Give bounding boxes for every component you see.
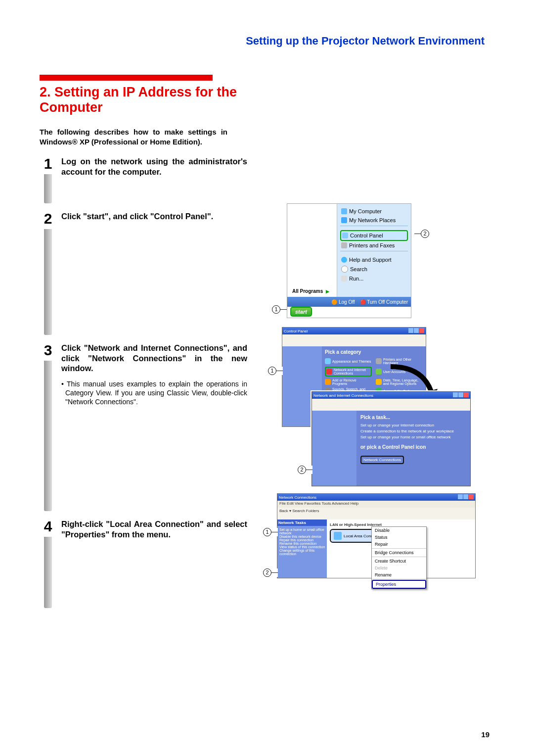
task[interactable]: Repair this connection bbox=[279, 538, 329, 542]
task-item[interactable]: Set up or change your Internet connectio… bbox=[360, 423, 466, 427]
cat-users[interactable]: User Accounts bbox=[376, 367, 423, 377]
menu-item-help[interactable]: Help and Support bbox=[340, 255, 408, 264]
log-off-button[interactable]: 🟠 Log Off bbox=[331, 299, 355, 305]
screenshot-network-connections: Network Connections File Edit View Favor… bbox=[277, 493, 476, 578]
menu-item-printers[interactable]: Printers and Faxes bbox=[340, 241, 408, 250]
label: My Computer bbox=[349, 208, 382, 214]
task[interactable]: Change settings of this connection bbox=[279, 549, 329, 556]
ctx-disable[interactable]: Disable bbox=[372, 527, 426, 534]
label: My Network Places bbox=[349, 217, 396, 223]
callout-2: —2 bbox=[414, 230, 429, 238]
task[interactable]: Set up a home or small office network bbox=[279, 528, 329, 535]
step-text: Click "Network and Internet Connections"… bbox=[61, 343, 247, 374]
step-number: 3 bbox=[40, 343, 56, 358]
steps-column: 1 Log on the network using the administr… bbox=[40, 156, 247, 616]
label: Run... bbox=[349, 276, 363, 282]
turn-off-button[interactable]: 🔴 Turn Off Computer bbox=[360, 299, 408, 305]
screenshots-column: My Computer My Network Places Control Pa… bbox=[257, 156, 485, 616]
ctx-rename[interactable]: Rename bbox=[372, 571, 426, 578]
step-number: 4 bbox=[40, 519, 56, 534]
page-header: Setting up the Projector Network Environ… bbox=[40, 35, 485, 47]
task[interactable]: Disable this network device bbox=[279, 535, 329, 538]
all-programs[interactable]: All Programs bbox=[292, 288, 329, 294]
label: Control Panel bbox=[350, 233, 383, 238]
pick-task-heading: Pick a task... bbox=[360, 415, 466, 420]
cat-addremove[interactable]: Add or Remove Programs bbox=[325, 378, 372, 385]
menu-item-my-computer[interactable]: My Computer bbox=[340, 207, 408, 216]
step-tail bbox=[44, 174, 52, 203]
cat-network[interactable]: Network and Internet Connections bbox=[325, 367, 372, 377]
step-note: This manual uses examples to explain the… bbox=[61, 379, 247, 407]
window-buttons[interactable] bbox=[452, 392, 469, 398]
callout-1: 1— bbox=[272, 305, 287, 314]
callout-1: 1— bbox=[263, 528, 278, 536]
step-text: Log on the network using the administrat… bbox=[61, 156, 247, 177]
menu-item-search[interactable]: Search bbox=[340, 264, 408, 274]
ctx-shortcut[interactable]: Create Shortcut bbox=[372, 558, 426, 565]
page-number: 19 bbox=[481, 730, 490, 739]
screenshot-network-internet: Network and Internet Connections Pick a … bbox=[312, 391, 471, 486]
cat-printers[interactable]: Printers and Other Hardware bbox=[376, 358, 423, 365]
network-tasks-heading: Network Tasks bbox=[277, 520, 331, 526]
window-title: Network and Internet Connections bbox=[313, 393, 373, 398]
callout-2: 2— bbox=[298, 466, 312, 474]
step-tail bbox=[44, 229, 52, 335]
ctx-properties[interactable]: Properties bbox=[372, 580, 426, 589]
cat-appearance[interactable]: Appearance and Themes bbox=[325, 358, 372, 365]
step-text: Click "start", and click "Control Panel"… bbox=[61, 211, 247, 222]
step-tail bbox=[44, 537, 52, 608]
window-buttons[interactable] bbox=[408, 328, 424, 334]
step-tail bbox=[44, 361, 52, 511]
menu-item-run[interactable]: Run... bbox=[340, 274, 408, 283]
pick-category-heading: Pick a category bbox=[325, 349, 423, 355]
callout-1: 1— bbox=[268, 367, 283, 375]
sidebar bbox=[312, 411, 360, 486]
label: Search bbox=[350, 266, 367, 272]
window-buttons[interactable] bbox=[457, 494, 474, 500]
start-menu-bottom: 🟠 Log Off 🔴 Turn Off Computer bbox=[287, 297, 411, 307]
callout-2: 2— bbox=[263, 568, 278, 577]
ctx-delete: Delete bbox=[372, 565, 426, 571]
or-pick-heading: or pick a Control Panel icon bbox=[360, 444, 466, 450]
context-menu: Disable Status Repair Bridge Connections… bbox=[371, 526, 427, 589]
intro-text: The following describes how to make sett… bbox=[40, 127, 227, 146]
cat-datetime[interactable]: Date, Time, Language, and Regional Optio… bbox=[376, 378, 423, 385]
label: Help and Support bbox=[349, 257, 392, 263]
window-title: Control Panel bbox=[284, 329, 308, 333]
network-connections-icon[interactable]: Network Connections bbox=[360, 456, 404, 464]
menu-item-control-panel[interactable]: Control Panel bbox=[340, 230, 408, 241]
ctx-status[interactable]: Status bbox=[372, 534, 426, 541]
task-item[interactable]: Create a connection to the network at yo… bbox=[360, 429, 466, 433]
section-title: 2. Setting an IP Address for the Compute… bbox=[40, 85, 237, 115]
section-bar bbox=[40, 75, 213, 81]
window-title: Network Connections bbox=[279, 495, 316, 500]
step-number: 2 bbox=[40, 211, 56, 226]
step-text: Right-click "Local Area Connection" and … bbox=[61, 519, 247, 539]
ctx-bridge[interactable]: Bridge Connections bbox=[372, 549, 426, 556]
screenshot-start-menu: My Computer My Network Places Control Pa… bbox=[287, 203, 411, 318]
ctx-repair[interactable]: Repair bbox=[372, 541, 426, 548]
task-item[interactable]: Set up or change your home or small offi… bbox=[360, 435, 466, 439]
step-number: 1 bbox=[40, 156, 56, 171]
menu-bar[interactable]: File Edit View Favorites Tools Advanced … bbox=[277, 501, 475, 508]
task[interactable]: View status of this connection bbox=[279, 545, 329, 549]
label: Printers and Faxes bbox=[349, 242, 395, 248]
start-button[interactable]: start bbox=[290, 307, 312, 317]
menu-item-my-network-places[interactable]: My Network Places bbox=[340, 216, 408, 225]
task[interactable]: Rename this connection bbox=[279, 542, 329, 545]
